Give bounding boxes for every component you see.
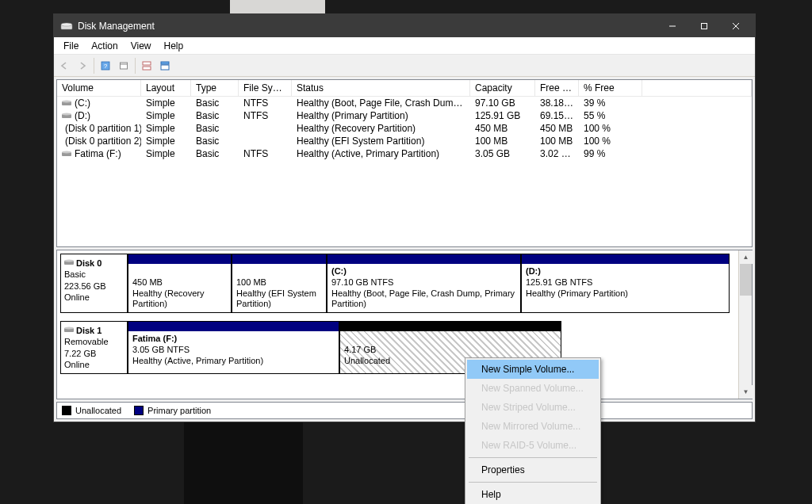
partition-body: 100 MBHealthy (EFI System Partition) bbox=[232, 264, 326, 312]
toolbar: ? bbox=[54, 55, 755, 77]
disk-layout-panel: Disk 0 Basic 223.56 GB Online 450 MBHeal… bbox=[56, 250, 753, 399]
disk-1-label[interactable]: Disk 1 Removable 7.22 GB Online bbox=[60, 321, 128, 374]
col-layout[interactable]: Layout bbox=[141, 80, 191, 96]
context-menu-item: New Spanned Volume... bbox=[467, 379, 599, 398]
context-menu-item[interactable]: Properties bbox=[467, 460, 599, 479]
app-icon bbox=[60, 20, 73, 32]
svg-point-15 bbox=[62, 101, 71, 103]
svg-point-25 bbox=[64, 260, 74, 262]
disk-icon bbox=[64, 258, 74, 269]
svg-rect-3 bbox=[702, 23, 707, 29]
volume-rows: (C:)SimpleBasicNTFSHealthy (Boot, Page F… bbox=[57, 97, 752, 246]
partition-cap bbox=[327, 254, 520, 264]
content-area: Volume Layout Type File System Status Ca… bbox=[54, 77, 755, 422]
svg-point-17 bbox=[62, 113, 71, 116]
disk-0-block: Disk 0 Basic 223.56 GB Online 450 MBHeal… bbox=[60, 254, 735, 313]
partition-box[interactable]: (C:)97.10 GB NTFSHealthy (Boot, Page Fil… bbox=[327, 254, 521, 313]
disk-1-block: Disk 1 Removable 7.22 GB Online Fatima (… bbox=[60, 321, 735, 374]
toolbar-separator bbox=[135, 58, 136, 74]
menu-action[interactable]: Action bbox=[85, 39, 124, 53]
volume-row[interactable]: (Disk 0 partition 1)SimpleBasicHealthy (… bbox=[57, 122, 752, 135]
partition-body: 450 MBHealthy (Recovery Partition) bbox=[128, 264, 231, 312]
partition-cap bbox=[340, 322, 561, 331]
partition-cap bbox=[128, 254, 231, 264]
menubar: File Action View Help bbox=[54, 37, 755, 55]
scroll-thumb[interactable] bbox=[740, 264, 752, 296]
partition-cap bbox=[522, 254, 729, 264]
col-volume[interactable]: Volume bbox=[57, 80, 141, 96]
titlebar[interactable]: Disk Management bbox=[54, 14, 755, 37]
partition-box[interactable]: Fatima (F:)3.05 GB NTFSHealthy (Active, … bbox=[128, 321, 339, 374]
col-type[interactable]: Type bbox=[191, 80, 239, 96]
legend-unallocated: Unallocated bbox=[62, 406, 121, 415]
minimize-button[interactable] bbox=[657, 14, 688, 37]
volume-row[interactable]: Fatima (F:)SimpleBasicNTFSHealthy (Activ… bbox=[57, 147, 752, 160]
list-view-button[interactable] bbox=[138, 57, 155, 74]
partition-box[interactable]: 100 MBHealthy (EFI System Partition) bbox=[232, 254, 327, 313]
partition-body: (D:)125.91 GB NTFSHealthy (Primary Parti… bbox=[522, 264, 729, 312]
drive-icon bbox=[62, 99, 71, 107]
drive-icon bbox=[62, 150, 71, 158]
context-menu-item: New Striped Volume... bbox=[467, 398, 599, 417]
partition-cap bbox=[128, 322, 339, 331]
volume-row[interactable]: (D:)SimpleBasicNTFSHealthy (Primary Part… bbox=[57, 109, 752, 122]
context-menu: New Simple Volume...New Spanned Volume..… bbox=[465, 357, 601, 504]
context-menu-item[interactable]: Help bbox=[467, 485, 599, 504]
volume-list-headers: Volume Layout Type File System Status Ca… bbox=[57, 80, 752, 97]
menu-file[interactable]: File bbox=[57, 39, 85, 53]
context-menu-separator bbox=[469, 482, 597, 483]
volume-row[interactable]: (Disk 0 partition 2)SimpleBasicHealthy (… bbox=[57, 135, 752, 147]
svg-rect-12 bbox=[161, 62, 169, 64]
volume-row[interactable]: (C:)SimpleBasicNTFSHealthy (Boot, Page F… bbox=[57, 97, 752, 109]
drive-icon bbox=[62, 112, 71, 120]
graphical-view-button[interactable] bbox=[156, 57, 174, 74]
scroll-down-button[interactable]: ▼ bbox=[739, 385, 753, 399]
refresh-button[interactable]: ? bbox=[97, 57, 114, 74]
context-menu-separator bbox=[469, 457, 597, 458]
context-menu-item: New RAID-5 Volume... bbox=[467, 436, 599, 455]
col-filesystem[interactable]: File System bbox=[239, 80, 292, 96]
svg-text:?: ? bbox=[104, 63, 108, 70]
partition-body: (C:)97.10 GB NTFSHealthy (Boot, Page Fil… bbox=[327, 264, 520, 312]
svg-rect-13 bbox=[161, 65, 169, 70]
col-status[interactable]: Status bbox=[292, 80, 470, 96]
svg-rect-11 bbox=[143, 67, 151, 70]
rescan-button[interactable] bbox=[115, 57, 132, 74]
svg-rect-8 bbox=[121, 63, 128, 69]
svg-point-27 bbox=[64, 327, 74, 330]
partition-body: Fatima (F:)3.05 GB NTFSHealthy (Active, … bbox=[128, 331, 339, 373]
close-button[interactable] bbox=[720, 14, 752, 37]
partition-box[interactable]: (D:)125.91 GB NTFSHealthy (Primary Parti… bbox=[521, 254, 730, 313]
window-title: Disk Management bbox=[78, 21, 657, 32]
legend: Unallocated Primary partition bbox=[56, 402, 753, 419]
back-button[interactable] bbox=[56, 57, 73, 74]
maximize-button[interactable] bbox=[688, 14, 720, 37]
disk-management-window: Disk Management File Action View Help ? … bbox=[53, 13, 756, 422]
scroll-up-button[interactable]: ▲ bbox=[739, 250, 753, 264]
context-menu-item[interactable]: New Simple Volume... bbox=[467, 360, 599, 379]
col-capacity[interactable]: Capacity bbox=[470, 80, 535, 96]
legend-primary: Primary partition bbox=[134, 406, 211, 415]
svg-rect-10 bbox=[143, 62, 151, 65]
context-menu-item: New Mirrored Volume... bbox=[467, 417, 599, 436]
toolbar-separator bbox=[94, 58, 94, 74]
menu-help[interactable]: Help bbox=[158, 39, 190, 53]
partition-cap bbox=[232, 254, 326, 264]
disk-0-label[interactable]: Disk 0 Basic 223.56 GB Online bbox=[60, 254, 128, 313]
svg-point-23 bbox=[62, 151, 71, 154]
volume-list[interactable]: Volume Layout Type File System Status Ca… bbox=[56, 79, 753, 247]
col-percentfree[interactable]: % Free bbox=[579, 80, 642, 96]
partition-box[interactable]: 450 MBHealthy (Recovery Partition) bbox=[128, 254, 232, 313]
col-freespace[interactable]: Free Spa... bbox=[535, 80, 579, 96]
vertical-scrollbar[interactable]: ▲ ▼ bbox=[738, 250, 752, 399]
background-decoration-2 bbox=[184, 420, 303, 504]
disk-icon bbox=[64, 325, 74, 336]
forward-button[interactable] bbox=[74, 57, 91, 74]
svg-point-1 bbox=[61, 23, 72, 26]
menu-view[interactable]: View bbox=[124, 39, 158, 53]
col-spacer bbox=[642, 80, 752, 96]
